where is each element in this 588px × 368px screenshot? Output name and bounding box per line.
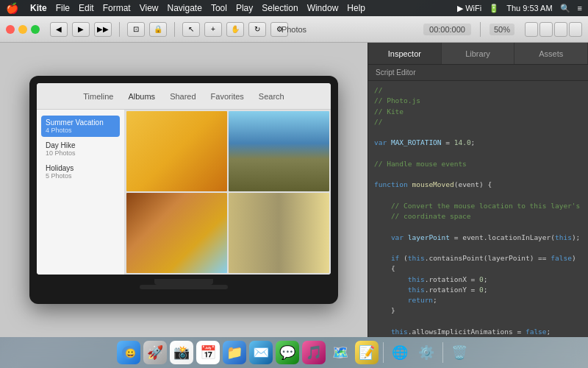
code-line-7 (374, 149, 582, 159)
view-btn-1[interactable] (525, 22, 538, 37)
code-line-14 (374, 222, 582, 232)
photo-thumb-2[interactable] (229, 111, 329, 191)
toolbar-divider1 (119, 22, 120, 37)
nav-timeline[interactable]: Timeline (83, 92, 113, 101)
rotate-tool[interactable]: ↻ (248, 22, 266, 37)
dock-system-prefs[interactable]: ⚙️ (415, 341, 438, 364)
close-button[interactable] (6, 25, 15, 34)
dock-mail[interactable]: ✉️ (249, 341, 273, 364)
album-item-1[interactable]: Day Hike 10 Photos (41, 138, 120, 160)
prev-button[interactable]: ◀ (50, 22, 68, 37)
dock-files[interactable]: 📁 (223, 341, 246, 364)
menu-selection[interactable]: Selection (262, 3, 298, 13)
photo-thumb-3[interactable] (126, 193, 227, 273)
tab-library[interactable]: Library (442, 43, 515, 64)
window-controls (6, 25, 40, 34)
play-button[interactable]: ▶ (72, 22, 90, 37)
view-btn-3[interactable] (554, 22, 567, 37)
code-line-9 (374, 169, 582, 180)
menu-edit[interactable]: Edit (79, 3, 94, 13)
menubar: 🍎 Kite File Edit Format View Navigate To… (0, 0, 588, 16)
lock-button[interactable]: 🔒 (149, 22, 167, 37)
code-line-1: // (374, 85, 582, 96)
toolbar-divider2 (174, 22, 175, 37)
cursor-tool[interactable]: ↖ (182, 22, 200, 37)
code-line-12: // Convert the mouse location to this la… (374, 201, 582, 211)
menu-help[interactable]: Help (347, 3, 365, 13)
dock-finder[interactable]: 😀 (117, 341, 140, 364)
dock-separator (383, 342, 384, 363)
tab-assets[interactable]: Assets (514, 43, 588, 64)
code-line-10: function mouseMoved(event) { (374, 180, 582, 190)
code-line-5 (374, 127, 582, 138)
album-count-2: 5 Photos (46, 172, 115, 180)
dock-notes[interactable]: 📝 (355, 341, 379, 364)
app-name: Kite (30, 3, 47, 13)
nav-search[interactable]: Search (259, 92, 284, 101)
zoom-in-tool[interactable]: + (204, 22, 222, 37)
menu-tool[interactable]: Tool (211, 3, 227, 13)
menu-file[interactable]: File (56, 3, 70, 13)
code-line-11 (374, 191, 582, 201)
search-menubar-icon[interactable]: 🔍 (560, 4, 570, 13)
code-editor[interactable]: // // Photo.js // Kite // var MAX_ROTATI… (368, 81, 588, 337)
menu-play[interactable]: Play (236, 3, 253, 13)
menu-navigate[interactable]: Navigate (168, 3, 202, 13)
toolbar-title: Photos (282, 25, 306, 34)
code-line-2: // Photo.js (374, 96, 582, 106)
nav-favorites[interactable]: Favorites (211, 92, 244, 101)
main-window: ◀ ▶ ▶▶ ⊡ 🔒 ↖ + ✋ ↻ ⚙ Photos 00:00:000 50… (0, 16, 588, 337)
next-button[interactable]: ▶▶ (94, 22, 112, 37)
code-line-15: var layerPoint = event.locationInLayer(t… (374, 233, 582, 243)
control-center-icon[interactable]: ≡ (578, 4, 582, 13)
album-count-0: 4 Photos (46, 127, 115, 134)
code-line-4: // (374, 117, 582, 127)
dock-safari[interactable]: 🌐 (388, 341, 412, 364)
tv-base (140, 285, 228, 289)
wifi-indicator: ▶ WiFi (457, 4, 481, 13)
dock-launchpad[interactable]: 🚀 (143, 341, 167, 364)
code-line-6: var MAX_ROTATION = 14.0; (374, 138, 582, 148)
toolbar-divider3 (480, 22, 481, 37)
toolbar-time: 00:00:000 (423, 24, 471, 35)
dock-trash[interactable]: 🗑️ (448, 341, 471, 364)
album-item-2[interactable]: Holidays 5 Photos (41, 161, 120, 183)
view-controls (525, 22, 582, 37)
album-item-0[interactable]: Summer Vacation 4 Photos (41, 116, 120, 137)
clock: Thu 9:53 AM (506, 4, 552, 13)
dock-separator-2 (442, 342, 443, 363)
photos-grid (125, 110, 331, 275)
apple-menu[interactable]: 🍎 (6, 2, 18, 14)
tv-screen: Timeline Albums Shared Favorites Search … (37, 83, 331, 275)
dock-maps[interactable]: 🗺️ (329, 341, 352, 364)
photo-thumb-1[interactable] (126, 111, 227, 191)
toolbar-zoom[interactable]: 50% (490, 24, 514, 35)
dock-photos[interactable]: 📸 (170, 341, 193, 364)
dock: 😀 🚀 📸 📅 📁 ✉️ 💬 🎵 🗺️ 📝 🌐 ⚙️ 🗑️ (0, 337, 588, 368)
tab-inspector[interactable]: Inspector (368, 43, 442, 64)
albums-sidebar: Summer Vacation 4 Photos Day Hike 10 Pho… (37, 110, 125, 275)
record-button[interactable]: ⊡ (127, 22, 145, 37)
code-line-13: // coordinate space (374, 211, 582, 222)
album-name-0: Summer Vacation (46, 118, 115, 127)
photo-thumb-4[interactable] (229, 193, 329, 273)
nav-albums[interactable]: Albums (128, 92, 155, 101)
photos-content: Summer Vacation 4 Photos Day Hike 10 Pho… (37, 110, 331, 275)
photos-nav-bar: Timeline Albums Shared Favorites Search (37, 83, 331, 110)
dock-calendar[interactable]: 📅 (196, 341, 220, 364)
album-name-2: Holidays (46, 164, 115, 172)
nav-shared[interactable]: Shared (170, 92, 196, 101)
menu-format[interactable]: Format (103, 3, 131, 13)
code-line-23 (374, 316, 582, 327)
view-btn-4[interactable] (569, 22, 582, 37)
dock-itunes[interactable]: 🎵 (302, 341, 326, 364)
maximize-button[interactable] (31, 25, 40, 34)
content-area: Timeline Albums Shared Favorites Search … (0, 43, 588, 337)
minimize-button[interactable] (18, 25, 27, 34)
menu-view[interactable]: View (140, 3, 159, 13)
pan-tool[interactable]: ✋ (226, 22, 244, 37)
menu-window[interactable]: Window (307, 3, 339, 13)
code-line-22: } (374, 305, 582, 316)
view-btn-2[interactable] (539, 22, 553, 37)
dock-messages[interactable]: 💬 (276, 341, 299, 364)
